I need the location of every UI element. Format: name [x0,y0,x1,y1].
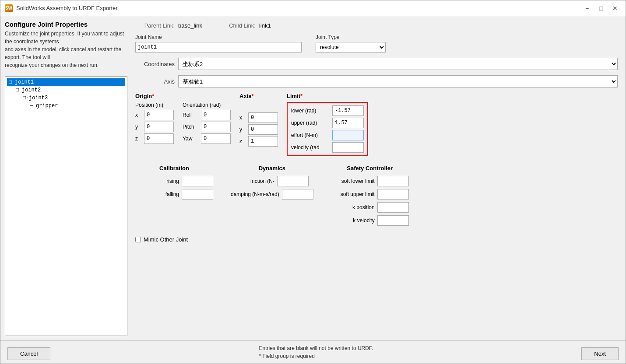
k-position-input[interactable] [377,202,409,213]
safety-title: Safety Controller [331,165,409,172]
child-link-value: link1 [259,22,271,29]
origin-required: * [152,93,154,99]
yaw-input[interactable] [201,133,231,144]
joint-name-label: Joint Name [135,34,302,40]
position-group: Position (m) x y z [135,102,174,145]
close-button[interactable]: ✕ [609,4,621,13]
k-velocity-input[interactable] [377,215,409,226]
x-pos-input[interactable] [144,110,174,120]
limit-required: * [300,93,302,99]
section-header-area: Configure Joint Properties Customize the… [5,21,127,73]
dynamics-title: Dynamics [231,165,313,172]
calibration-title: Calibration [135,165,213,172]
footer-note-line2: * Field group is required [259,352,373,360]
position-label: Position (m) [135,102,174,108]
falling-label: falling [135,191,179,197]
joint-type-select[interactable]: revolute continuous prismatic fixed floa… [316,42,386,52]
orientation-label: Orientation (rad) [183,102,231,108]
y-pos-label: y [135,124,141,130]
effort-label: effort (N-m) [291,132,331,138]
main-form-section: Origin* Position (m) x y [135,93,618,156]
minimize-button[interactable]: − [581,4,593,13]
joint-type-label: Joint Type [316,34,386,40]
right-panel: Parent Link: base_link Child Link: link1… [132,21,621,336]
upper-input[interactable] [332,118,364,128]
soft-upper-label: soft upper limit [331,191,375,197]
friction-label: friction (N- [231,178,274,184]
axis-y-input[interactable] [248,124,278,135]
safety-controller-section: Safety Controller soft lower limit soft … [331,165,409,226]
velocity-input[interactable] [332,142,364,153]
rising-label: rising [135,178,179,184]
parent-link-label: Parent Link: [135,22,175,29]
origin-header: Origin [135,93,152,99]
z-pos-input[interactable] [144,133,174,144]
axis-section-header: Axis [239,93,251,99]
origin-section: Origin* Position (m) x y [135,93,231,145]
joint-name-group: Joint Name [135,34,302,52]
soft-lower-label: soft lower limit [331,178,375,184]
footer-notes: Entries that are blank will not be writt… [259,344,373,360]
lower-label: lower (rad) [291,108,331,114]
axis-x-input[interactable] [248,112,278,123]
axis-x-label: x [239,115,246,121]
mimic-checkbox[interactable] [135,237,141,242]
pitch-input[interactable] [201,122,231,132]
yaw-label: Yaw [183,136,198,142]
axis-required: * [251,93,253,99]
soft-lower-input[interactable] [377,176,409,186]
link-info: Parent Link: base_link Child Link: link1 [135,22,618,29]
tree-item-gripper[interactable]: ─ gripper [28,102,125,110]
left-panel: Configure Joint Properties Customize the… [5,21,127,336]
axis-dropdown-label: Axis [135,78,175,85]
damping-input[interactable] [282,189,313,200]
pitch-label: Pitch [183,124,198,130]
friction-input[interactable] [277,176,309,186]
joint-name-type-row: Joint Name Joint Type revolute continuou… [135,34,618,52]
window-title: SolidWorks Assembly to URDF Exporter [16,5,118,11]
bottom-sections: Calibration rising falling Dynamics fric… [135,165,618,226]
parent-link-value: base_link [178,22,202,29]
axis-y-label: y [239,126,246,133]
window-controls: − □ ✕ [581,4,621,13]
velocity-label: velocity (rad [291,144,331,150]
k-velocity-label: k velocity [331,217,375,224]
tree-item-joint1[interactable]: □- joint1 [7,78,125,86]
tree-item-joint3[interactable]: □- joint3 [21,94,125,102]
coordinates-select[interactable]: 坐标系2 [178,58,618,70]
mimic-label: Mimic Other Joint [144,236,188,243]
coordinates-row: Coordinates 坐标系2 [135,58,618,70]
mimic-row: Mimic Other Joint [135,236,618,243]
joint-type-group: Joint Type revolute continuous prismatic… [316,34,386,52]
tree-item-joint2[interactable]: □- joint2 [14,86,125,94]
next-button[interactable]: Next [581,347,619,360]
maximize-button[interactable]: □ [595,4,607,13]
footer-note-line1: Entries that are blank will not be writt… [259,344,373,352]
title-bar: SW SolidWorks Assembly to URDF Exporter … [0,0,626,16]
main-window: SW SolidWorks Assembly to URDF Exporter … [0,0,626,364]
falling-input[interactable] [182,189,213,200]
cancel-button[interactable]: Cancel [7,347,50,360]
limit-header: Limit [287,93,300,99]
roll-input[interactable] [201,110,231,120]
lower-input[interactable] [332,105,364,116]
coordinates-label: Coordinates [135,61,175,67]
joint-name-input[interactable] [135,42,302,52]
soft-upper-input[interactable] [377,189,409,200]
axis-z-input[interactable] [248,136,278,147]
joint-tree[interactable]: □- joint1 □- joint2 □- joint3 ─ gripper [5,76,127,336]
axis-section: Axis* x y z [239,93,278,148]
k-position-label: k position [331,204,375,210]
x-pos-label: x [135,112,141,118]
axis-z-label: z [239,138,246,144]
axis-select[interactable]: 基准轴1 [178,75,618,88]
y-pos-input[interactable] [144,122,174,132]
damping-label: damping (N-m-s/rad) [231,191,279,197]
effort-input[interactable] [332,130,364,140]
dynamics-section: Dynamics friction (N- damping (N-m-s/rad… [231,165,313,226]
child-link-label: Child Link: [216,22,256,29]
limit-section: Limit* lower (rad) upper (rad) effort (N… [287,93,368,156]
rising-input[interactable] [182,176,213,186]
footer: Cancel Entries that are blank will not b… [0,340,626,364]
calibration-section: Calibration rising falling [135,165,213,226]
